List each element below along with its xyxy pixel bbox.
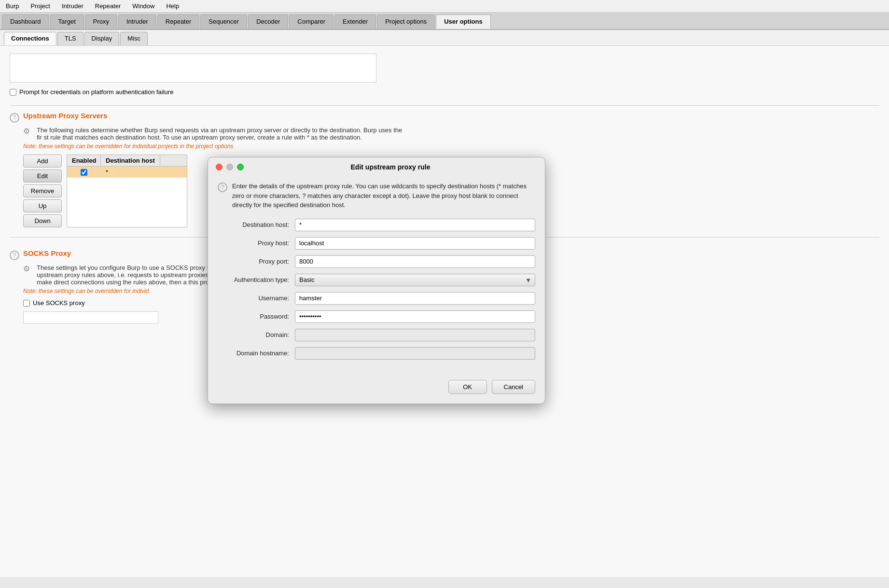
destination-host-input[interactable] xyxy=(295,219,535,231)
tab-proxy[interactable]: Proxy xyxy=(85,14,117,29)
menu-window[interactable]: Window xyxy=(130,1,156,11)
edit-button[interactable]: Edit xyxy=(23,169,62,182)
destination-host-row: Destination host: xyxy=(218,219,535,231)
use-socks-checkbox[interactable] xyxy=(23,300,30,307)
tab-sequencer[interactable]: Sequencer xyxy=(200,14,247,29)
socks-title: SOCKS Proxy xyxy=(23,249,71,257)
modal-footer: OK Cancel xyxy=(208,375,545,404)
tab-dashboard[interactable]: Dashboard xyxy=(2,14,49,29)
domain-input[interactable] xyxy=(295,329,535,341)
use-socks-label: Use SOCKS proxy xyxy=(33,299,85,307)
password-label: Password: xyxy=(218,313,295,320)
close-button[interactable] xyxy=(216,164,222,170)
domain-hostname-input[interactable] xyxy=(295,347,535,360)
menu-project[interactable]: Project xyxy=(28,1,52,11)
modal-titlebar: Edit upstream proxy rule xyxy=(208,157,545,176)
down-button[interactable]: Down xyxy=(23,214,62,227)
add-button[interactable]: Add xyxy=(23,154,62,168)
menu-intruder[interactable]: Intruder xyxy=(60,1,85,11)
row-enabled xyxy=(67,167,101,178)
row-destination: * xyxy=(101,167,113,178)
menu-repeater[interactable]: Repeater xyxy=(93,1,123,11)
socks-gear-icon: ⚙ xyxy=(23,264,33,274)
credentials-label: Prompt for credentials on platform authe… xyxy=(19,88,173,96)
main-content: Prompt for credentials on platform authe… xyxy=(0,46,889,577)
upstream-gear-icon: ⚙ xyxy=(23,126,33,136)
username-label: Username: xyxy=(218,294,295,302)
credentials-row: Prompt for credentials on platform authe… xyxy=(10,88,879,96)
tab-comparer[interactable]: Comparer xyxy=(289,14,333,29)
upstream-note: Note: these settings can be overridden f… xyxy=(23,143,879,150)
tab-decoder[interactable]: Decoder xyxy=(248,14,288,29)
up-button[interactable]: Up xyxy=(23,199,62,212)
password-row: Password: xyxy=(218,310,535,323)
modal-body: ? Enter the details of the upstream prox… xyxy=(208,176,545,375)
tab-repeater[interactable]: Repeater xyxy=(157,14,199,29)
socks-help-icon[interactable]: ? xyxy=(10,251,19,260)
auth-type-wrapper: None Basic Digest NTLMv1 NTLMv2 Platform… xyxy=(295,274,535,286)
domain-row: Domain: xyxy=(218,329,535,341)
ok-button[interactable]: OK xyxy=(448,380,487,394)
tab-intruder[interactable]: Intruder xyxy=(118,14,156,29)
proxy-table: Enabled Destination host * xyxy=(67,154,187,227)
modal-help-icon: ? xyxy=(218,182,227,192)
upstream-title: Upstream Proxy Servers xyxy=(23,112,107,120)
upstream-desc: The following rules determine whether Bu… xyxy=(37,126,403,141)
modal-title: Edit upstream proxy rule xyxy=(244,163,537,171)
domain-label: Domain: xyxy=(218,331,295,338)
table-row[interactable]: * xyxy=(67,167,187,178)
proxy-port-row: Proxy port: xyxy=(218,255,535,268)
credentials-checkbox[interactable] xyxy=(10,89,16,96)
username-row: Username: xyxy=(218,292,535,305)
destination-host-label: Destination host: xyxy=(218,221,295,228)
username-input[interactable] xyxy=(295,292,535,305)
tab-target[interactable]: Target xyxy=(50,14,84,29)
row-enabled-checkbox[interactable] xyxy=(81,169,87,176)
text-area-placeholder xyxy=(10,54,376,83)
upstream-buttons: Add Edit Remove Up Down xyxy=(23,154,62,227)
col-destination: Destination host xyxy=(101,155,160,166)
remove-button[interactable]: Remove xyxy=(23,184,62,197)
auth-type-select[interactable]: None Basic Digest NTLMv1 NTLMv2 Platform xyxy=(295,274,535,286)
modal-info-text: Enter the details of the upstream proxy … xyxy=(232,182,535,210)
cancel-button[interactable]: Cancel xyxy=(492,380,535,394)
proxy-port-label: Proxy port: xyxy=(218,258,295,265)
sub-tab-bar: Connections TLS Display Misc xyxy=(0,30,889,46)
tab-extender[interactable]: Extender xyxy=(334,14,376,29)
menu-burp[interactable]: Burp xyxy=(4,1,21,11)
tab-project-options[interactable]: Project options xyxy=(377,14,435,29)
tab-user-options[interactable]: User options xyxy=(436,14,490,29)
window-controls xyxy=(216,164,244,170)
subtab-connections[interactable]: Connections xyxy=(4,32,56,45)
upstream-help-icon[interactable]: ? xyxy=(10,113,19,123)
table-header: Enabled Destination host xyxy=(67,155,187,167)
subtab-misc[interactable]: Misc xyxy=(120,32,148,45)
domain-hostname-row: Domain hostname: xyxy=(218,347,535,360)
maximize-button[interactable] xyxy=(237,164,244,170)
proxy-host-row: Proxy host: xyxy=(218,237,535,250)
subtab-display[interactable]: Display xyxy=(84,32,120,45)
main-tab-bar: Dashboard Target Proxy Intruder Repeater… xyxy=(0,13,889,30)
minimize-button[interactable] xyxy=(226,164,233,170)
proxy-host-input[interactable] xyxy=(295,237,535,250)
menu-bar: Burp Project Intruder Repeater Window He… xyxy=(0,0,889,13)
proxy-host-label: Proxy host: xyxy=(218,239,295,247)
edit-proxy-rule-modal: Edit upstream proxy rule ? Enter the det… xyxy=(208,157,545,404)
password-input[interactable] xyxy=(295,310,535,323)
proxy-port-input[interactable] xyxy=(295,255,535,268)
modal-info-row: ? Enter the details of the upstream prox… xyxy=(218,182,535,210)
col-enabled: Enabled xyxy=(67,155,101,166)
subtab-tls[interactable]: TLS xyxy=(57,32,83,45)
menu-help[interactable]: Help xyxy=(164,1,181,11)
domain-hostname-label: Domain hostname: xyxy=(218,350,295,357)
auth-type-label: Authentication type: xyxy=(218,276,295,283)
auth-type-row: Authentication type: None Basic Digest N… xyxy=(218,274,535,286)
